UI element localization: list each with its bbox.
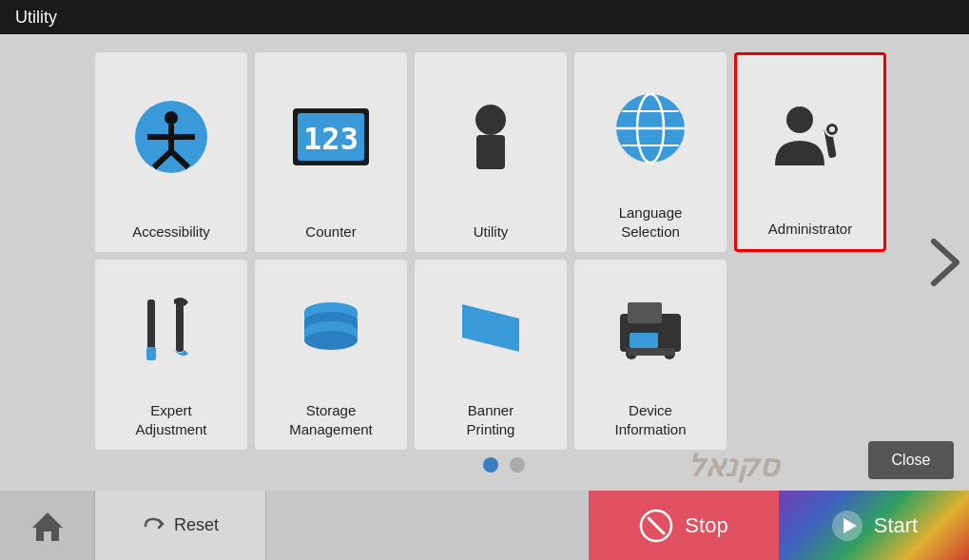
svg-point-1 — [165, 111, 178, 125]
svg-rect-21 — [146, 347, 156, 360]
tile-counter-icon: 123 — [255, 52, 407, 222]
next-arrow[interactable] — [921, 234, 969, 291]
tile-expert-adjustment[interactable]: Expert Adjustment — [95, 260, 247, 450]
header: Utility — [0, 0, 969, 34]
start-label: Start — [874, 513, 918, 538]
tile-language-selection-icon — [574, 52, 727, 203]
tile-storage-management[interactable]: Storage Management — [255, 260, 407, 450]
pagination-dot-1[interactable] — [483, 457, 498, 473]
bottom-bar: Reset Stop Start — [0, 491, 969, 560]
tile-banner-printing-icon — [415, 260, 567, 401]
close-button[interactable]: Close — [868, 441, 954, 479]
stop-button[interactable]: Stop — [589, 491, 779, 560]
svg-text:123: 123 — [303, 121, 359, 157]
stop-icon — [639, 509, 673, 543]
tiles-row-2: Expert Adjustment Storage Management — [95, 260, 912, 450]
tile-device-information-label: Device Information — [614, 401, 686, 438]
tile-administrator-icon — [737, 55, 883, 220]
svg-rect-10 — [476, 135, 505, 169]
tile-device-information[interactable]: Device Information — [574, 260, 727, 450]
tile-utility[interactable]: Utility — [415, 52, 567, 252]
start-icon — [830, 509, 864, 543]
tiles-wrapper: Accessibility 123 Counter — [95, 52, 912, 473]
reset-label: Reset — [174, 515, 219, 535]
svg-point-16 — [786, 106, 813, 133]
svg-rect-36 — [626, 348, 675, 356]
header-title: Utility — [15, 8, 57, 28]
tile-counter-label: Counter — [305, 222, 356, 241]
tile-utility-icon — [415, 52, 567, 222]
tile-accessibility-label: Accessibility — [132, 222, 210, 241]
svg-point-19 — [829, 126, 835, 132]
tile-counter[interactable]: 123 Counter — [255, 52, 407, 252]
tile-accessibility-icon — [95, 52, 247, 222]
reset-button[interactable]: Reset — [95, 491, 266, 560]
svg-marker-37 — [32, 512, 63, 541]
tile-language-selection[interactable]: Language Selection — [574, 52, 727, 252]
svg-rect-20 — [147, 299, 155, 352]
tile-expert-adjustment-icon — [95, 260, 247, 401]
tile-administrator[interactable]: Administrator — [734, 52, 886, 252]
pagination-dot-2[interactable] — [510, 457, 525, 473]
tile-device-information-icon — [574, 260, 727, 401]
tile-banner-printing-label: Banner Printing — [467, 401, 515, 438]
tile-banner-printing[interactable]: Banner Printing — [415, 260, 567, 450]
svg-line-39 — [649, 518, 664, 533]
svg-rect-22 — [176, 299, 184, 352]
pagination — [95, 457, 912, 473]
reset-icon — [142, 514, 165, 537]
tile-accessibility[interactable]: Accessibility — [95, 52, 247, 252]
svg-marker-30 — [462, 304, 519, 352]
home-button[interactable] — [0, 491, 95, 560]
home-icon — [30, 509, 65, 543]
start-button[interactable]: Start — [779, 491, 969, 560]
svg-rect-33 — [630, 333, 658, 348]
tile-administrator-label: Administrator — [768, 220, 852, 239]
svg-rect-32 — [628, 302, 662, 323]
tile-expert-adjustment-label: Expert Adjustment — [135, 401, 206, 438]
tiles-row-1: Accessibility 123 Counter — [95, 52, 912, 252]
tile-storage-management-icon — [255, 260, 407, 401]
stop-label: Stop — [685, 513, 727, 538]
tile-storage-management-label: Storage Management — [289, 401, 373, 438]
svg-point-9 — [475, 105, 506, 135]
tile-utility-label: Utility — [474, 222, 509, 241]
main-content: Accessibility 123 Counter — [0, 34, 969, 491]
tile-language-selection-label: Language Selection — [619, 203, 683, 241]
svg-point-29 — [304, 331, 358, 350]
